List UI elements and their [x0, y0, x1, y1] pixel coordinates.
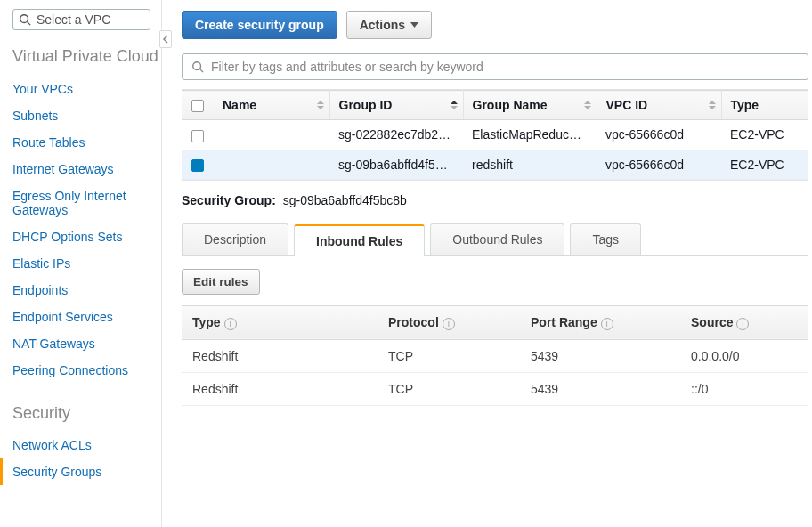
svg-marker-2: [410, 22, 418, 28]
search-icon: [191, 61, 204, 73]
info-icon[interactable]: i: [224, 318, 237, 330]
cell-group-name: ElasticMapReduc…: [463, 120, 597, 150]
sidebar-item[interactable]: DHCP Options Sets: [12, 223, 161, 250]
search-input[interactable]: [211, 60, 799, 74]
collapse-sidebar-handle[interactable]: [159, 30, 172, 48]
chevron-down-icon: [410, 22, 418, 28]
cell-type: EC2-VPC: [721, 150, 808, 179]
rule-port-range: 5439: [520, 339, 680, 372]
vpc-selector-placeholder: Select a VPC: [37, 12, 110, 27]
sidebar-item[interactable]: Peering Connections: [12, 357, 161, 384]
cell-type: EC2-VPC: [721, 120, 808, 150]
table-row[interactable]: sg-022882ec7db2…ElasticMapReduc…vpc-6566…: [182, 120, 808, 150]
cell-name: [214, 120, 329, 150]
rule-source: ::/0: [680, 372, 808, 405]
actions-button[interactable]: Actions: [346, 11, 432, 39]
sidebar-item[interactable]: Endpoint Services: [12, 304, 161, 330]
vpc-selector[interactable]: Select a VPC: [12, 9, 150, 30]
sidebar-item[interactable]: Internet Gateways: [12, 156, 161, 182]
sidebar-heading-security: Security: [12, 403, 161, 424]
main-pane: Create security group Actions: [162, 0, 812, 527]
search-bar[interactable]: [182, 53, 808, 80]
table-row[interactable]: sg-09ba6abffd4f5…redshiftvpc-65666c0dEC2…: [182, 150, 808, 179]
sidebar-item[interactable]: Elastic IPs: [12, 250, 161, 277]
rule-source: 0.0.0.0/0: [680, 339, 808, 372]
create-security-group-button[interactable]: Create security group: [182, 11, 337, 39]
sort-asc-icon: [451, 101, 458, 109]
sidebar-item[interactable]: Subnets: [12, 102, 161, 129]
tab[interactable]: Description: [182, 223, 288, 255]
sort-icon: [584, 101, 591, 109]
rule-protocol: TCP: [378, 372, 520, 405]
svg-line-1: [28, 22, 31, 26]
rule-row: RedshiftTCP54390.0.0.0/0: [182, 339, 808, 372]
rule-row: RedshiftTCP5439::/0: [182, 372, 808, 405]
search-icon: [19, 13, 31, 26]
sidebar: Select a VPC Virtual Private Cloud Your …: [0, 0, 162, 527]
info-icon[interactable]: i: [601, 318, 613, 330]
sidebar-item[interactable]: Network ACLs: [12, 432, 161, 458]
rules-header-protocol: Protocoli: [378, 305, 520, 339]
security-group-detail-label: Security Group: sg-09ba6abffd4f5bc8b: [182, 193, 808, 207]
sidebar-item[interactable]: Security Groups: [0, 458, 161, 485]
cell-group-id: sg-022882ec7db2…: [329, 120, 463, 150]
rules-header-port-range: Port Rangei: [520, 305, 680, 339]
header-name[interactable]: Name: [214, 91, 329, 120]
inbound-rules-table: Typei Protocoli Port Rangei Sourcei Reds…: [182, 305, 808, 406]
sidebar-item[interactable]: Route Tables: [12, 129, 161, 156]
rule-port-range: 5439: [520, 372, 680, 405]
svg-line-4: [200, 69, 204, 73]
edit-rules-button[interactable]: Edit rules: [182, 269, 260, 295]
info-icon[interactable]: i: [736, 318, 749, 330]
header-vpc-id[interactable]: VPC ID: [597, 91, 721, 120]
cell-group-name: redshift: [463, 150, 597, 179]
chevron-left-icon: [162, 35, 169, 44]
cell-name: [214, 150, 329, 179]
sidebar-item[interactable]: Endpoints: [12, 277, 161, 304]
cell-group-id: sg-09ba6abffd4f5…: [329, 150, 463, 179]
svg-point-3: [193, 62, 201, 70]
security-groups-table: Name Group ID Group Name VPC ID Type sg-…: [182, 90, 808, 180]
select-all-checkbox[interactable]: [191, 100, 204, 112]
header-group-name[interactable]: Group Name: [463, 91, 597, 120]
rules-header-source: Sourcei: [680, 305, 808, 339]
header-checkbox-cell[interactable]: [182, 91, 214, 120]
info-icon[interactable]: i: [443, 318, 455, 330]
tab[interactable]: Tags: [570, 223, 641, 255]
cell-vpc-id: vpc-65666c0d: [597, 150, 721, 179]
sidebar-item[interactable]: Your VPCs: [12, 76, 161, 102]
header-group-id[interactable]: Group ID: [329, 91, 463, 120]
row-checkbox[interactable]: [191, 159, 204, 172]
tab[interactable]: Inbound Rules: [294, 224, 425, 256]
rule-type: Redshift: [182, 372, 378, 405]
rules-header-type: Typei: [182, 305, 378, 339]
rule-type: Redshift: [182, 339, 378, 372]
sidebar-heading-vpc: Virtual Private Cloud: [12, 46, 161, 67]
sort-icon: [709, 101, 716, 109]
sort-icon: [317, 101, 324, 109]
actions-button-label: Actions: [360, 18, 405, 32]
sidebar-item[interactable]: Egress Only Internet Gateways: [12, 182, 161, 223]
row-checkbox[interactable]: [191, 130, 204, 142]
sidebar-item[interactable]: NAT Gateways: [12, 330, 161, 357]
header-type[interactable]: Type: [721, 91, 808, 120]
tab[interactable]: Outbound Rules: [430, 223, 564, 255]
svg-point-0: [20, 15, 28, 23]
rule-protocol: TCP: [378, 339, 520, 372]
cell-vpc-id: vpc-65666c0d: [597, 120, 721, 150]
